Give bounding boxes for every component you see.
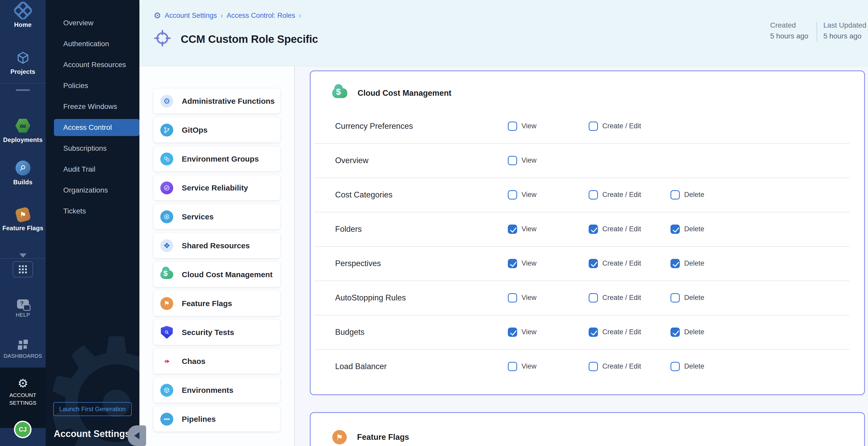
checkbox[interactable]: [508, 293, 517, 302]
category-cloud-cost-management[interactable]: Cloud Cost Management: [154, 262, 280, 287]
nav-home-label: Home: [14, 21, 31, 28]
user-avatar[interactable]: CJ: [14, 421, 31, 438]
gear-icon: [160, 95, 173, 108]
view-checkbox[interactable]: View: [508, 293, 536, 302]
nav-account-settings-selected[interactable]: ⚙ ACCOUNTSETTINGS: [0, 368, 46, 428]
category-pipelines[interactable]: Pipelines: [154, 407, 280, 432]
create-edit-checkbox[interactable]: Create / Edit: [589, 190, 641, 199]
create-edit-checkbox[interactable]: Create / Edit: [589, 122, 641, 131]
category-chaos[interactable]: Chaos: [154, 349, 280, 374]
checkbox[interactable]: [589, 327, 598, 337]
delete-checkbox[interactable]: Delete: [671, 362, 704, 371]
launch-first-generation-button[interactable]: Launch First Generation: [53, 402, 132, 416]
checkbox[interactable]: [589, 225, 598, 234]
nav-deployments-label: Deployments: [3, 136, 42, 144]
settings-menu: Overview Authentication Account Resource…: [46, 0, 140, 221]
checkbox[interactable]: [508, 362, 517, 371]
sidebar-item-tickets[interactable]: Tickets: [46, 200, 140, 221]
sidebar-item-authentication[interactable]: Authentication: [46, 33, 140, 54]
help-button[interactable]: HELP: [0, 299, 46, 318]
category-environments[interactable]: Environments: [154, 378, 280, 403]
create-edit-checkbox[interactable]: Create / Edit: [589, 259, 641, 268]
delete-checkbox[interactable]: Delete: [671, 225, 704, 234]
nav-builds[interactable]: Builds: [0, 161, 46, 186]
dashboards-button[interactable]: DASHBOARDS: [0, 340, 46, 359]
module-picker-button[interactable]: [13, 261, 33, 278]
category-security-tests[interactable]: Security Tests: [154, 320, 280, 345]
create-edit-checkbox[interactable]: Create / Edit: [589, 327, 641, 337]
settings-sidebar: ⚙ Overview Authentication Account Resour…: [46, 0, 140, 446]
checkbox[interactable]: [589, 122, 598, 131]
rail-drag-handle[interactable]: [16, 89, 30, 91]
create-edit-checkbox[interactable]: Create / Edit: [589, 225, 641, 234]
breadcrumb-account-settings[interactable]: Account Settings: [165, 11, 217, 20]
created-value: 5 hours ago: [770, 32, 808, 40]
checkbox[interactable]: [671, 327, 680, 337]
delete-checkbox[interactable]: Delete: [671, 190, 704, 199]
breadcrumb-access-control-roles[interactable]: Access Control: Roles: [227, 11, 296, 20]
checkbox[interactable]: [671, 293, 680, 302]
checkbox[interactable]: [508, 122, 517, 131]
breadcrumb: ⚙ Account Settings › Access Control: Rol…: [154, 11, 301, 20]
sidebar-item-organizations[interactable]: Organizations: [46, 180, 140, 200]
resource-category-list: Administrative Functions GitOps Environm…: [140, 66, 295, 446]
infinity-hexagon-icon: [15, 118, 31, 133]
category-feature-flags[interactable]: Feature Flags: [154, 291, 280, 316]
cube-icon: [16, 51, 30, 65]
permission-rows: Currency Preferences View Create / Edit …: [311, 109, 864, 384]
checkbox[interactable]: [671, 259, 680, 268]
gear-icon: ⚙: [154, 11, 161, 20]
feature-flags-permissions-card: Feature Flags: [310, 412, 865, 446]
delete-checkbox[interactable]: Delete: [671, 293, 704, 302]
sidebar-item-subscriptions[interactable]: Subscriptions: [46, 138, 140, 159]
view-checkbox[interactable]: View: [508, 259, 536, 268]
sidebar-item-overview[interactable]: Overview: [46, 12, 140, 33]
check-circle-icon: [160, 182, 173, 194]
view-checkbox[interactable]: View: [508, 122, 536, 131]
category-administrative-functions[interactable]: Administrative Functions: [154, 89, 280, 114]
created-meta: Created 5 hours ago: [770, 21, 808, 42]
create-edit-checkbox[interactable]: Create / Edit: [589, 293, 641, 302]
checkbox[interactable]: [671, 362, 680, 371]
checkbox[interactable]: [589, 259, 598, 268]
category-service-reliability[interactable]: Service Reliability: [154, 175, 280, 200]
category-shared-resources[interactable]: Shared Resources: [154, 233, 280, 258]
permission-row-overview: Overview View Create / Edit Delete: [311, 143, 864, 178]
view-checkbox[interactable]: View: [508, 225, 536, 234]
view-checkbox[interactable]: View: [508, 156, 536, 165]
chaos-triangles-icon: [160, 355, 173, 368]
delete-checkbox[interactable]: Delete: [671, 327, 704, 337]
sidebar-item-policies[interactable]: Policies: [46, 75, 140, 96]
nav-projects[interactable]: Projects: [0, 51, 46, 75]
checkbox[interactable]: [671, 190, 680, 199]
sidebar-item-access-control[interactable]: Access Control: [54, 119, 140, 136]
view-checkbox[interactable]: View: [508, 362, 536, 371]
category-environment-groups[interactable]: Environment Groups: [154, 146, 280, 171]
checkbox[interactable]: [589, 190, 598, 199]
nav-home[interactable]: Home: [0, 3, 46, 28]
nav-feature-flags[interactable]: Feature Flags: [0, 208, 46, 232]
checkbox[interactable]: [508, 156, 517, 165]
sidebar-collapse-button[interactable]: [128, 425, 146, 446]
checkbox[interactable]: [508, 190, 517, 199]
checkbox[interactable]: [589, 293, 598, 302]
create-edit-checkbox[interactable]: Create / Edit: [589, 362, 641, 371]
more-modules-button[interactable]: [0, 253, 46, 258]
category-services[interactable]: Services: [154, 204, 280, 229]
delete-checkbox[interactable]: Delete: [671, 259, 704, 268]
created-label: Created: [770, 21, 808, 29]
nav-deployments[interactable]: Deployments: [0, 118, 46, 144]
checkbox[interactable]: [508, 225, 517, 234]
permission-row-load-balancer: Load Balancer View Create / Edit Delete: [311, 349, 864, 384]
checkbox[interactable]: [589, 362, 598, 371]
updated-label: Last Updated: [823, 21, 866, 29]
checkbox[interactable]: [508, 327, 517, 337]
checkbox[interactable]: [671, 225, 680, 234]
view-checkbox[interactable]: View: [508, 190, 536, 199]
checkbox[interactable]: [508, 259, 517, 268]
sidebar-item-account-resources[interactable]: Account Resources: [46, 54, 140, 75]
view-checkbox[interactable]: View: [508, 327, 536, 337]
category-gitops[interactable]: GitOps: [154, 118, 280, 142]
sidebar-item-freeze-windows[interactable]: Freeze Windows: [46, 96, 140, 117]
sidebar-item-audit-trail[interactable]: Audit Trail: [46, 159, 140, 180]
